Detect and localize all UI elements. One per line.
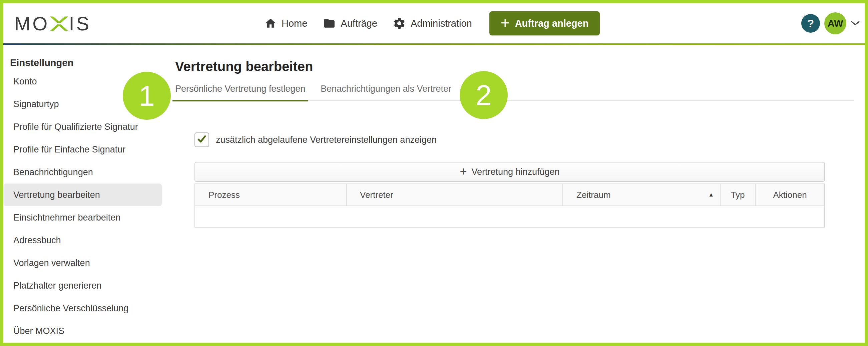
sidebar-item-adressbuch[interactable]: Adressbuch: [3, 229, 162, 252]
table-header-row: Prozess Vertreter Zeitraum ▲ Typ Aktione…: [195, 184, 824, 206]
logo-text-mo: MO: [14, 12, 50, 35]
table-empty-row: [195, 206, 824, 227]
sidebar-item-profile-qualifizierte-signatur[interactable]: Profile für Qualifizierte Signatur: [3, 116, 162, 138]
annotation-badge-1: 1: [123, 72, 171, 120]
header-right-cluster: ? AW: [801, 3, 860, 43]
column-header-zeitraum[interactable]: Zeitraum ▲: [563, 184, 720, 206]
plus-icon: +: [460, 165, 467, 178]
main-navigation: Home Aufträge Admi: [264, 3, 600, 43]
chevron-down-icon[interactable]: [851, 21, 860, 26]
main-content: Vertretung bearbeiten Persönliche Vertre…: [175, 45, 854, 227]
sort-ascending-icon[interactable]: ▲: [708, 191, 714, 198]
sidebar-item-profile-einfache-signatur[interactable]: Profile für Einfache Signatur: [3, 138, 162, 161]
column-header-aktionen[interactable]: Aktionen: [755, 184, 824, 206]
sidebar-item-persoenliche-verschluesselung[interactable]: Persönliche Verschlüsselung: [3, 297, 162, 320]
avatar-initials: AW: [828, 18, 843, 29]
moxis-x-icon: [50, 16, 68, 33]
nav-home-label: Home: [282, 18, 307, 29]
sidebar-item-vorlagen-verwalten[interactable]: Vorlagen verwalten: [3, 252, 162, 274]
top-header-bar: MO IS Home: [3, 3, 865, 43]
folder-icon: [322, 17, 336, 30]
sidebar-item-einsichtnehmer-bearbeiten[interactable]: Einsichtnehmer bearbeiten: [3, 206, 162, 229]
column-header-zeitraum-label: Zeitraum: [577, 190, 611, 200]
column-header-typ[interactable]: Typ: [720, 184, 755, 206]
substitution-table: Prozess Vertreter Zeitraum ▲ Typ Aktione…: [194, 184, 825, 227]
column-header-prozess[interactable]: Prozess: [195, 184, 347, 206]
nav-administration-label: Administration: [411, 18, 472, 29]
tab-persoenliche-vertretung-festlegen[interactable]: Persönliche Vertretung festlegen: [173, 84, 308, 101]
logo-text-is: IS: [69, 12, 91, 35]
help-button[interactable]: ?: [801, 14, 820, 33]
gear-icon: [393, 17, 406, 30]
avatar[interactable]: AW: [824, 12, 846, 34]
page-title: Vertretung bearbeiten: [175, 58, 854, 75]
sidebar-item-benachrichtigungen[interactable]: Benachrichtigungen: [3, 161, 162, 184]
nav-auftraege[interactable]: Aufträge: [322, 17, 377, 30]
add-substitution-button[interactable]: + Vertretung hinzufügen: [194, 162, 825, 182]
create-order-button-label: Auftrag anlegen: [515, 18, 589, 29]
question-mark-icon: ?: [807, 17, 814, 30]
sidebar-item-ueber-moxis[interactable]: Über MOXIS: [3, 320, 162, 342]
create-order-button[interactable]: + Auftrag anlegen: [489, 11, 600, 35]
sidebar-item-vertretung-bearbeiten[interactable]: Vertretung bearbeiten: [3, 184, 162, 206]
tab-benachrichtigungen-als-vertreter[interactable]: Benachrichtigungen als Vertreter: [318, 84, 454, 101]
plus-icon: +: [501, 15, 510, 30]
nav-auftraege-label: Aufträge: [341, 18, 377, 29]
moxis-logo[interactable]: MO IS: [14, 3, 91, 43]
sidebar-item-platzhalter-generieren[interactable]: Platzhalter generieren: [3, 274, 162, 297]
tab-bar: Persönliche Vertretung festlegen Benachr…: [175, 84, 854, 101]
moxis-app: MO IS Home: [3, 3, 865, 343]
screenshot-frame: MO IS Home: [0, 0, 868, 346]
add-substitution-button-label: Vertretung hinzufügen: [471, 167, 559, 177]
sidebar-title: Einstellungen: [3, 55, 172, 70]
expired-settings-checkbox[interactable]: [194, 132, 209, 147]
nav-administration[interactable]: Administration: [393, 17, 472, 30]
nav-home[interactable]: Home: [264, 17, 307, 30]
column-header-vertreter[interactable]: Vertreter: [347, 184, 563, 206]
home-icon: [264, 17, 277, 30]
annotation-badge-2: 2: [460, 71, 508, 119]
expired-settings-checkbox-row: zusätzlich abgelaufene Vertretereinstell…: [194, 132, 854, 147]
checkmark-icon: [197, 135, 207, 145]
substitution-table-area: + Vertretung hinzufügen Prozess Vertrete…: [194, 162, 825, 227]
expired-settings-checkbox-label[interactable]: zusätzlich abgelaufene Vertretereinstell…: [216, 135, 437, 145]
